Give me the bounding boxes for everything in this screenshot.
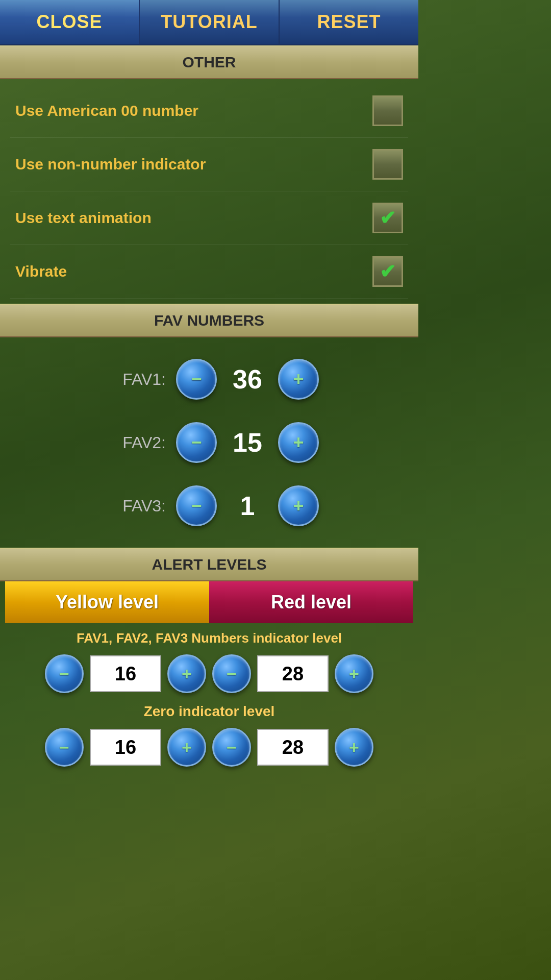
- fav1-minus-button[interactable]: −: [176, 359, 217, 400]
- plus-icon: +: [293, 433, 304, 452]
- setting-american00-label: Use American 00 number: [15, 102, 198, 119]
- minus-icon: −: [227, 739, 237, 756]
- minus-icon: −: [191, 497, 202, 515]
- alert-levels-area: Yellow level Red level FAV1, FAV2, FAV3 …: [0, 581, 418, 787]
- setting-nonnumber-checkbox[interactable]: [372, 149, 403, 180]
- close-button[interactable]: CLOSE: [0, 0, 140, 44]
- fav-yellow-plus-button[interactable]: +: [167, 654, 206, 693]
- zero-indicator-level-desc: Zero indicator level: [5, 703, 413, 720]
- setting-vibrate-label: Vibrate: [15, 263, 67, 280]
- fav-yellow-value[interactable]: 16: [90, 655, 161, 692]
- fav-red-plus-button[interactable]: +: [335, 654, 373, 693]
- settings-area: Use American 00 number Use non-number in…: [0, 79, 418, 304]
- fav3-minus-button[interactable]: −: [176, 485, 217, 526]
- fav3-value: 1: [227, 491, 268, 521]
- fav2-plus-button[interactable]: +: [278, 422, 319, 463]
- fav1-label: FAV1:: [99, 370, 166, 389]
- setting-nonnumber: Use non-number indicator: [10, 138, 408, 191]
- alert-level-bar: Yellow level Red level: [5, 581, 413, 623]
- fav1-plus-button[interactable]: +: [278, 359, 319, 400]
- zero-yellow-minus-button[interactable]: −: [45, 728, 84, 767]
- alert-levels-section-header: ALERT LEVELS: [0, 548, 418, 581]
- setting-vibrate: Vibrate: [10, 245, 408, 299]
- other-section-header: OTHER: [0, 45, 418, 79]
- setting-textanim-checkbox[interactable]: [372, 203, 403, 233]
- zero-alert-controls: − 16 + − 28 +: [5, 728, 413, 767]
- fav3-label: FAV3:: [99, 497, 166, 516]
- tutorial-button[interactable]: TUTORIAL: [140, 0, 280, 44]
- setting-textanim-label: Use text animation: [15, 209, 152, 227]
- plus-icon: +: [349, 665, 359, 682]
- top-bar: CLOSE TUTORIAL RESET: [0, 0, 418, 45]
- plus-icon: +: [293, 370, 304, 388]
- zero-red-plus-button[interactable]: +: [335, 728, 373, 767]
- fav-indicator-level-desc: FAV1, FAV2, FAV3 Numbers indicator level: [5, 630, 413, 646]
- fav1-value: 36: [227, 364, 268, 395]
- zero-red-value[interactable]: 28: [257, 729, 329, 766]
- plus-icon: +: [349, 739, 359, 756]
- minus-icon: −: [191, 370, 202, 388]
- zero-red-minus-button[interactable]: −: [212, 728, 251, 767]
- fav3-row: FAV3: − 1 +: [5, 474, 413, 537]
- red-level[interactable]: Red level: [209, 581, 413, 623]
- fav2-label: FAV2:: [99, 433, 166, 452]
- plus-icon: +: [182, 665, 192, 682]
- fav2-value: 15: [227, 427, 268, 458]
- minus-icon: −: [191, 433, 202, 452]
- setting-nonnumber-label: Use non-number indicator: [15, 156, 206, 173]
- fav-numbers-area: FAV1: − 36 + FAV2: − 15 + FAV3: − 1 +: [0, 337, 418, 548]
- zero-yellow-plus-button[interactable]: +: [167, 728, 206, 767]
- fav-alert-controls: − 16 + − 28 +: [5, 654, 413, 693]
- fav2-row: FAV2: − 15 +: [5, 411, 413, 474]
- fav2-minus-button[interactable]: −: [176, 422, 217, 463]
- fav3-plus-button[interactable]: +: [278, 485, 319, 526]
- plus-icon: +: [182, 739, 192, 756]
- plus-icon: +: [293, 497, 304, 515]
- setting-textanim: Use text animation: [10, 191, 408, 245]
- fav-red-value[interactable]: 28: [257, 655, 329, 692]
- minus-icon: −: [59, 739, 69, 756]
- minus-icon: −: [227, 665, 237, 682]
- fav-numbers-section-header: FAV NUMBERS: [0, 304, 418, 337]
- fav-red-minus-button[interactable]: −: [212, 654, 251, 693]
- reset-button[interactable]: RESET: [280, 0, 418, 44]
- setting-american00: Use American 00 number: [10, 84, 408, 138]
- setting-vibrate-checkbox[interactable]: [372, 256, 403, 287]
- zero-yellow-value[interactable]: 16: [90, 729, 161, 766]
- minus-icon: −: [59, 665, 69, 682]
- setting-american00-checkbox[interactable]: [372, 95, 403, 126]
- fav-yellow-minus-button[interactable]: −: [45, 654, 84, 693]
- fav1-row: FAV1: − 36 +: [5, 348, 413, 411]
- yellow-level[interactable]: Yellow level: [5, 581, 209, 623]
